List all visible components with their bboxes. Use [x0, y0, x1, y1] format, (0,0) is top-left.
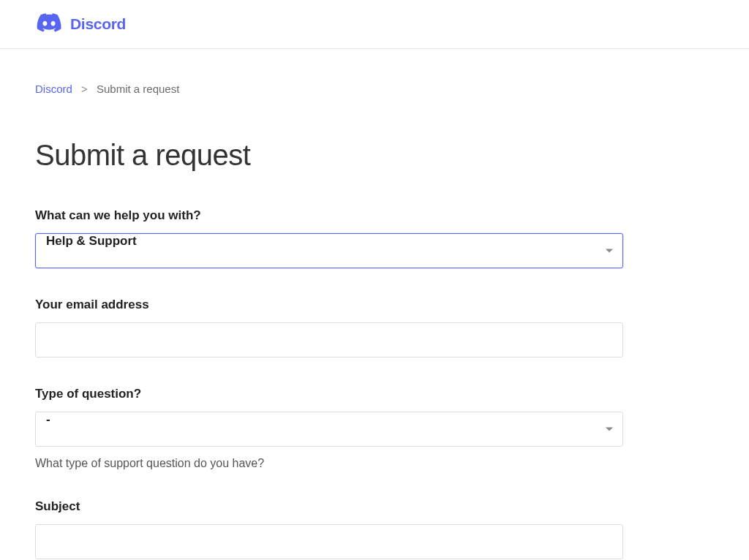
- breadcrumb-home-link[interactable]: Discord: [35, 83, 72, 95]
- email-label: Your email address: [35, 298, 623, 312]
- help-with-group: What can we help you with? Help & Suppor…: [35, 208, 623, 268]
- subject-label: Subject: [35, 499, 623, 514]
- email-group: Your email address: [35, 298, 623, 357]
- main-content: Discord > Submit a request Submit a requ…: [0, 49, 658, 559]
- discord-icon: [37, 13, 61, 35]
- question-type-select[interactable]: -: [35, 412, 623, 447]
- subject-group: Subject: [35, 499, 623, 559]
- email-field[interactable]: [35, 322, 623, 357]
- question-type-hint: What type of support question do you hav…: [35, 457, 623, 470]
- header: Discord: [0, 0, 749, 49]
- breadcrumb-separator: >: [81, 83, 88, 95]
- help-with-label: What can we help you with?: [35, 208, 623, 223]
- question-type-label: Type of question?: [35, 387, 623, 401]
- brand-name: Discord: [70, 15, 126, 33]
- help-with-select[interactable]: Help & Support: [35, 233, 623, 268]
- subject-field[interactable]: [35, 524, 623, 559]
- brand-logo[interactable]: Discord: [37, 13, 712, 35]
- page-title: Submit a request: [35, 139, 623, 172]
- breadcrumb: Discord > Submit a request: [35, 83, 623, 95]
- question-type-group: Type of question? - What type of support…: [35, 387, 623, 470]
- breadcrumb-current: Submit a request: [97, 83, 179, 95]
